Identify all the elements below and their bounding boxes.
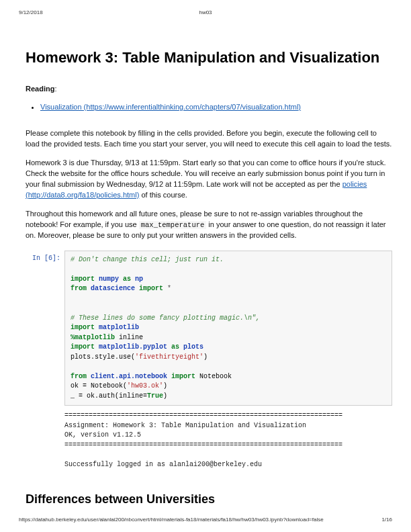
inline-code-max-temperature: max_temperature: [139, 221, 207, 229]
reading-label: Reading: [26, 85, 54, 93]
reading-heading: Reading:: [26, 84, 392, 95]
header-title: hw03: [199, 9, 212, 15]
intro-paragraph-1: Please complete this notebook by filling…: [26, 128, 392, 150]
print-footer: https://datahub.berkeley.edu/user/alanla…: [19, 517, 392, 523]
code-cell: In [6]: # Don't change this cell; just r…: [26, 251, 392, 406]
code-output: ========================================…: [64, 411, 392, 470]
code-input[interactable]: # Don't change this cell; just run it. i…: [64, 251, 392, 406]
print-header: 9/12/2018 hw03: [19, 9, 392, 15]
intro-paragraph-2: Homework 3 is due Thursday, 9/13 at 11:5…: [26, 158, 392, 201]
reading-list: Visualization (https://www.inferentialth…: [26, 103, 392, 111]
page: 9/12/2018 hw03 Homework 3: Table Manipul…: [0, 0, 411, 532]
footer-url: https://datahub.berkeley.edu/user/alanla…: [19, 517, 324, 523]
reading-link[interactable]: Visualization (https://www.inferentialth…: [40, 103, 301, 111]
page-title: Homework 3: Table Manipulation and Visua…: [26, 49, 392, 66]
intro-paragraph-3: Throughout this homework and all future …: [26, 209, 392, 241]
reading-list-item: Visualization (https://www.inferentialth…: [40, 103, 392, 111]
input-prompt: In [6]:: [26, 251, 64, 406]
footer-page: 1/16: [381, 517, 392, 523]
header-date: 9/12/2018: [19, 9, 43, 15]
section-heading: Differences between Universities: [26, 492, 392, 506]
